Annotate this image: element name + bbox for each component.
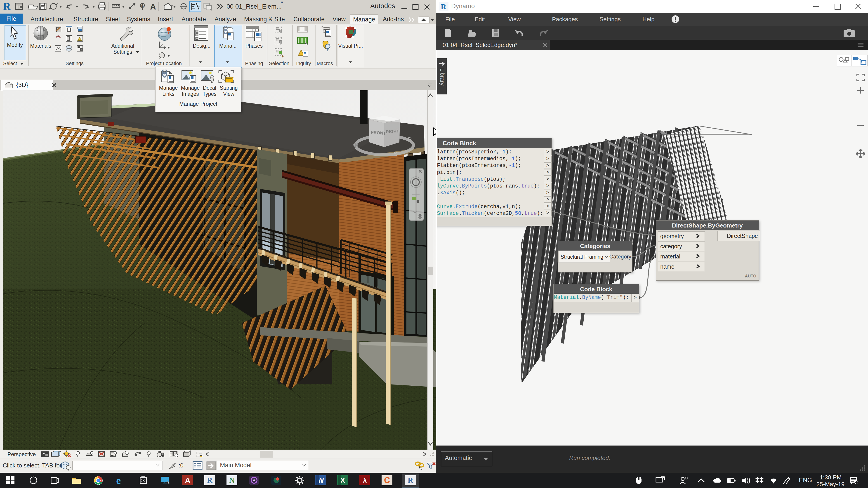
svg-text:RIGHT: RIGHT	[385, 129, 399, 134]
svg-text:R: R	[3, 1, 11, 12]
svg-text:1: 1	[142, 4, 143, 7]
svg-text:”: ”	[281, 0, 283, 7]
svg-text:00 01_Rsel_Elem...: 00 01_Rsel_Elem...	[226, 3, 282, 10]
svg-text:A: A	[150, 2, 156, 11]
svg-text:Autodes: Autodes	[370, 2, 395, 9]
svg-text:R: R	[441, 2, 446, 11]
svg-text:S: S	[394, 151, 398, 157]
